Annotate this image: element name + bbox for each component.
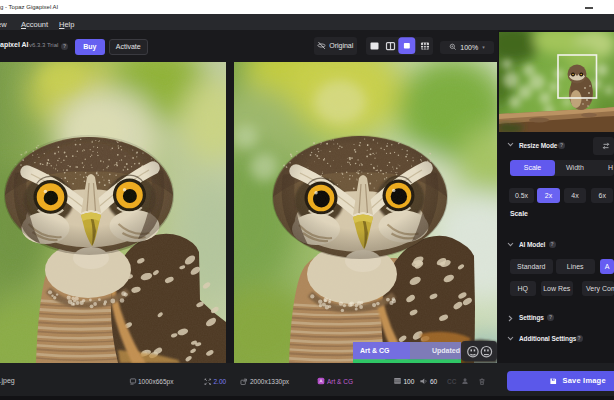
svg-text:Updated: Updated <box>432 347 460 355</box>
svg-text:Art & CG: Art & CG <box>360 347 390 354</box>
